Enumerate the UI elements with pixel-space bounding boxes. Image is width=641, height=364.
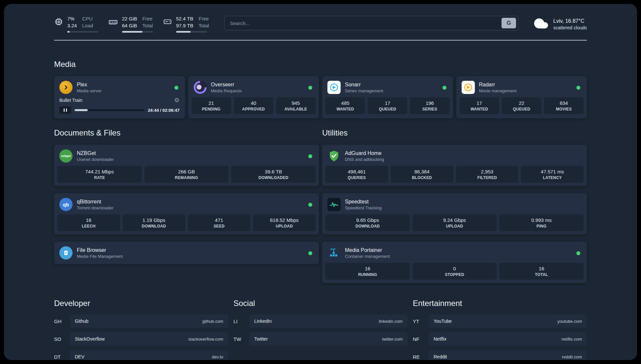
disk-icon [163,17,172,28]
stat-label: DOWNLOADED [232,175,314,180]
stat-tile: 744.21 Mbps RATE [57,166,142,183]
media-grid: Plex Media server Bullet Train ⚙ [54,76,587,118]
bookmark-domain: netflix.com [562,337,582,342]
status-online-dot [308,251,312,255]
bookmark-domain: linkedin.com [379,319,403,324]
app-name: Speedtest [345,199,582,205]
playback-progress-bar[interactable] [75,109,144,111]
cpu-widget: 7% 3.24 CPU Load [54,15,98,33]
stat-value: 196 [411,100,448,106]
bookmark-name: YouTube [434,318,452,324]
stat-tile: 1.19 Gbps DOWNLOAD [123,214,185,231]
app-name: File Browser [77,247,301,253]
bookmark-stackoverflow[interactable]: SO StackOverflow stackoverflow.com [54,332,228,346]
stat-label: BLOCKED [392,175,452,180]
stat-label: TOTAL [501,272,582,277]
app-description: Media File Management [77,254,301,259]
bookmark-youtube[interactable]: YT YouTube youtube.com [413,315,587,328]
stat-label: PENDING [193,107,230,111]
stat-label: DOWNLOAD [327,224,409,228]
topbar-divider [54,40,587,41]
stat-tile: 39.6 TB DOWNLOADED [231,166,316,183]
card-qbittorrent[interactable]: qb qBittorrent Torrent downloader 16 LEE… [54,193,319,234]
cpu-usage-value: 7% [67,15,77,22]
stat-label: QUERIES [327,175,387,180]
stat-label: MOVIES [545,107,582,111]
app-name: Overseerr [211,82,302,88]
settings-gear-icon[interactable]: ⚙ [174,97,179,103]
stat-label: WANTED [327,107,364,111]
weather-widget[interactable]: Lviv, 16.87°C scattered clouds [534,16,587,32]
card-radarr[interactable]: Radarr Movie management 17 WANTED 22 QUE… [456,76,587,118]
radarr-icon [462,81,475,94]
stat-tile: 834 MOVIES [544,97,584,114]
filebrowser-icon [59,246,73,259]
bookmark-abbr: YT [413,318,429,324]
overseerr-icon [194,81,207,94]
stat-tile: 16 TOTAL [499,263,584,280]
stat-tile: 266 GB REMAINING [144,166,229,183]
stat-tile: 945 AVAILABLE [276,97,316,114]
bookmark-domain: github.com [202,319,223,324]
stat-label: WANTED [461,107,498,111]
memory-free-label: Free [142,15,153,22]
bookmark-domain: reddit.com [562,354,582,359]
stat-tile: 485 WANTED [325,97,365,114]
bookmark-group-developer: Developer GH Github github.com SO StackO… [54,299,228,360]
bookmark-name: StackOverflow [75,336,105,342]
stat-value: 485 [327,100,364,106]
stat-label: FILTERED [457,175,517,180]
dashboard-page: 7% 3.24 CPU Load [4,4,637,360]
card-speedtest[interactable]: Speedtest Speedtest Tracking 9.65 Gbps D… [322,193,587,234]
stat-tile: 9.65 Gbps DOWNLOAD [325,214,410,231]
card-sonarr[interactable]: Sonarr Series management 485 WANTED 17 Q… [322,76,453,118]
bookmark-group-entertainment: Entertainment YT YouTube youtube.com NF … [413,299,587,360]
stat-value: 9.24 Gbps [414,217,496,223]
search-input[interactable] [230,20,502,26]
stat-label: REMAINING [146,175,228,180]
cpu-icon [54,17,63,28]
stat-value: 86,384 [392,169,452,174]
cpu-progress-fill [67,31,70,33]
app-description: Movie management [479,88,570,93]
stat-tile: 471 SEED [188,214,251,231]
card-nzbget[interactable]: nzbget NZBGet Usenet downloader 744.21 M… [54,145,319,186]
stat-value: 16 [327,266,409,271]
bookmark-twitter[interactable]: TW Twitter twitter.com [233,332,408,346]
bookmark-domain: stackoverflow.com [188,337,223,342]
bookmark-github[interactable]: GH Github github.com [54,315,228,328]
status-online-dot [308,203,312,207]
stat-value: 47.571 ms [522,169,582,174]
bookmark-dev[interactable]: DT DEV dev.to [54,350,228,360]
stat-value: 0.993 ms [501,217,582,223]
app-description: Container management [345,254,569,259]
stat-value: 945 [277,100,314,106]
bookmark-domain: dev.to [212,354,223,359]
bookmark-abbr: RE [413,354,429,360]
bookmark-reddit[interactable]: RE Reddit reddit.com [413,350,587,360]
nzbget-icon-text: nzbget [61,154,71,158]
stat-value: 266 GB [146,169,228,174]
stat-value: 498,461 [327,169,387,174]
stat-tile: 16 RUNNING [325,263,410,280]
disk-free-value: 52.4 TB [176,15,193,22]
card-adguard[interactable]: AdGuard Home DNS and adblocking 498,461 … [322,145,587,186]
section-title-media: Media [54,60,587,69]
status-online-dot [174,86,178,90]
stat-tile: 22 QUEUED [502,97,541,114]
weather-condition: scattered clouds [553,25,587,30]
search-provider-button[interactable]: G [502,18,516,28]
stat-label: QUEUED [369,107,406,111]
card-portainer[interactable]: Media Portainer Container management 16 … [322,242,587,283]
disk-widget: 52.4 TB 97.9 TB Free Total [163,15,209,33]
top-bar: 7% 3.24 CPU Load [54,4,587,33]
bookmark-netflix[interactable]: NF Netflix netflix.com [413,332,587,346]
documents-column: Documents & Files nzbget NZBGet Usenet d… [54,128,319,283]
stat-value: 39.6 TB [232,169,314,174]
plex-icon [59,81,73,94]
bookmark-linkedin[interactable]: LI LinkedIn linkedin.com [233,315,408,328]
card-plex[interactable]: Plex Media server Bullet Train ⚙ [54,76,185,118]
pause-button[interactable] [59,106,71,114]
card-overseerr[interactable]: Overseerr Media Requests 21 PENDING 40 A… [188,76,319,118]
card-filebrowser[interactable]: File Browser Media File Management [54,242,319,264]
